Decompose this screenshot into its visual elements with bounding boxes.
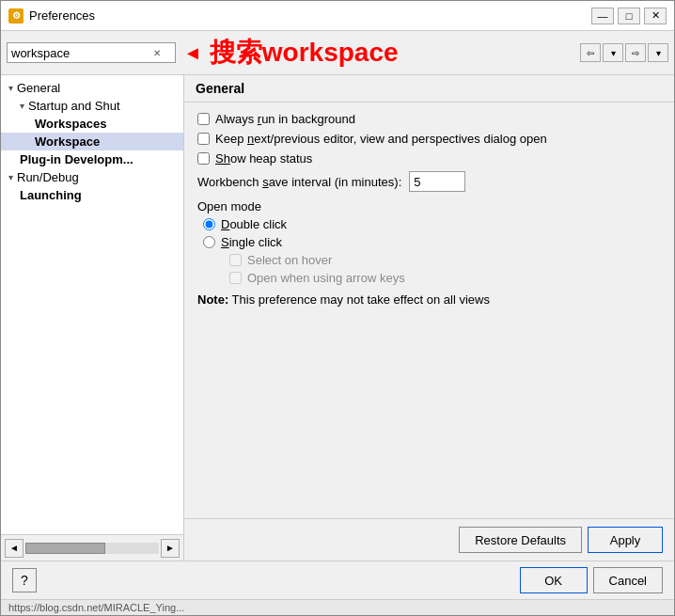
scroll-controls: ◄ ► bbox=[1, 534, 183, 561]
scroll-thumb bbox=[25, 543, 105, 554]
left-panel: ▾General▾Startup and ShutWorkspacesWorks… bbox=[1, 75, 184, 561]
single-click-radio[interactable] bbox=[203, 236, 215, 248]
open-arrow-keys-label: Open when using arrow keys bbox=[247, 271, 405, 285]
app-icon: ⚙ bbox=[8, 8, 24, 24]
apply-button[interactable]: Apply bbox=[588, 527, 663, 553]
right-panel-header: General bbox=[184, 75, 674, 103]
footer-bar: ? OK Cancel bbox=[1, 561, 674, 599]
tree-label-workspace: Workspace bbox=[35, 134, 100, 149]
tree-item-general[interactable]: ▾General bbox=[1, 79, 183, 97]
tree-label-workspaces: Workspaces bbox=[35, 117, 106, 131]
main-content: ▾General▾Startup and ShutWorkspacesWorks… bbox=[1, 75, 674, 561]
always-run-bg-row: Always run in background bbox=[197, 112, 661, 126]
back-button[interactable]: ⇦ bbox=[580, 43, 601, 62]
toolbar: ✕ ◄ 搜索workspace ⇦ ▾ ⇨ ▾ bbox=[1, 31, 674, 75]
open-arrow-keys-row: Open when using arrow keys bbox=[229, 271, 661, 285]
open-mode-radio-group: Double click Single click Select on hove… bbox=[203, 217, 661, 285]
single-click-label: Single click bbox=[221, 235, 282, 249]
scroll-right-button[interactable]: ► bbox=[161, 539, 180, 558]
always-run-bg-label: Always run in background bbox=[215, 112, 355, 126]
double-click-radio[interactable] bbox=[203, 218, 215, 230]
right-panel-body: Always run in background Keep next/previ… bbox=[184, 103, 674, 518]
nav-arrows: ⇦ ▾ ⇨ ▾ bbox=[580, 43, 668, 62]
close-button[interactable]: ✕ bbox=[644, 8, 667, 24]
select-on-hover-row: Select on hover bbox=[229, 253, 661, 267]
tree: ▾General▾Startup and ShutWorkspacesWorks… bbox=[1, 75, 183, 534]
url-text: https://blog.csdn.net/MIRACLE_Ying... bbox=[8, 602, 184, 613]
search-box: ✕ bbox=[7, 42, 176, 63]
tree-item-workspaces[interactable]: Workspaces bbox=[1, 115, 183, 133]
select-on-hover-label: Select on hover bbox=[247, 253, 332, 267]
keep-dialog-label: Keep next/previous editor, view and pers… bbox=[215, 132, 547, 146]
show-heap-checkbox[interactable] bbox=[197, 152, 210, 165]
scroll-track bbox=[25, 543, 159, 554]
tree-label-rundebug: Run/Debug bbox=[17, 170, 79, 184]
scroll-left-button[interactable]: ◄ bbox=[5, 539, 24, 558]
bottom-bar: Restore Defaults Apply bbox=[184, 518, 674, 561]
save-interval-label: Workbench save interval (in minutes): bbox=[197, 175, 401, 189]
open-arrow-keys-checkbox[interactable] bbox=[229, 272, 242, 284]
window-title: Preferences bbox=[29, 8, 95, 23]
show-heap-row: Show heap status bbox=[197, 151, 661, 166]
keep-dialog-row: Keep next/previous editor, view and pers… bbox=[197, 132, 661, 146]
footer-right: OK Cancel bbox=[520, 567, 663, 593]
tree-label-startup: Startup and Shut bbox=[28, 99, 120, 113]
tree-label-plugin: Plug-in Developm... bbox=[20, 152, 133, 166]
expander-rundebug: ▾ bbox=[8, 172, 13, 182]
title-bar: ⚙ Preferences ― □ ✕ bbox=[1, 1, 674, 31]
tree-item-rundebug[interactable]: ▾Run/Debug bbox=[1, 168, 183, 186]
search-label-big: 搜索workspace bbox=[210, 35, 399, 71]
single-click-row: Single click bbox=[203, 235, 661, 249]
ok-button[interactable]: OK bbox=[520, 567, 588, 593]
open-mode-label: Open mode bbox=[197, 199, 661, 213]
expander-general: ▾ bbox=[8, 83, 13, 93]
show-heap-label: Show heap status bbox=[215, 151, 312, 166]
sub-options: Select on hover Open when using arrow ke… bbox=[229, 253, 661, 285]
tree-item-startup[interactable]: ▾Startup and Shut bbox=[1, 97, 183, 115]
tree-label-launching: Launching bbox=[20, 188, 82, 202]
save-interval-input[interactable] bbox=[409, 171, 465, 192]
tree-label-general: General bbox=[17, 81, 60, 95]
note-text: This preference may not take effect on a… bbox=[232, 292, 490, 307]
note-row: Note: This preference may not take effec… bbox=[197, 292, 661, 307]
minimize-button[interactable]: ― bbox=[591, 8, 614, 24]
help-icon: ? bbox=[21, 573, 28, 588]
tree-item-launching[interactable]: Launching bbox=[1, 186, 183, 204]
forward-button[interactable]: ⇨ bbox=[625, 43, 646, 62]
note-bold: Note: bbox=[197, 292, 228, 307]
tree-item-plugin[interactable]: Plug-in Developm... bbox=[1, 150, 183, 168]
window-controls: ― □ ✕ bbox=[591, 8, 667, 24]
back-dropdown[interactable]: ▾ bbox=[603, 43, 623, 62]
preferences-dialog: ⚙ Preferences ― □ ✕ ✕ ◄ 搜索workspace ⇦ ▾ … bbox=[0, 0, 675, 616]
keep-dialog-checkbox[interactable] bbox=[197, 133, 210, 145]
search-input[interactable] bbox=[8, 43, 149, 62]
select-on-hover-checkbox[interactable] bbox=[229, 254, 242, 266]
url-bar: https://blog.csdn.net/MIRACLE_Ying... bbox=[1, 599, 674, 615]
forward-dropdown[interactable]: ▾ bbox=[648, 43, 668, 62]
double-click-row: Double click bbox=[203, 217, 661, 231]
restore-defaults-button[interactable]: Restore Defaults bbox=[459, 527, 582, 553]
double-click-label: Double click bbox=[221, 217, 287, 231]
tree-item-workspace[interactable]: Workspace bbox=[1, 133, 183, 150]
arrow-annotation-1: ◄ bbox=[183, 42, 202, 64]
right-panel: General Always run in background Keep ne… bbox=[184, 75, 674, 561]
save-interval-row: Workbench save interval (in minutes): bbox=[197, 171, 661, 192]
always-run-bg-checkbox[interactable] bbox=[197, 113, 210, 125]
title-bar-left: ⚙ Preferences bbox=[8, 8, 95, 24]
help-button[interactable]: ? bbox=[12, 568, 37, 592]
cancel-button[interactable]: Cancel bbox=[593, 567, 663, 593]
search-clear-icon[interactable]: ✕ bbox=[149, 44, 165, 61]
maximize-button[interactable]: □ bbox=[618, 8, 640, 24]
expander-startup: ▾ bbox=[20, 101, 24, 111]
